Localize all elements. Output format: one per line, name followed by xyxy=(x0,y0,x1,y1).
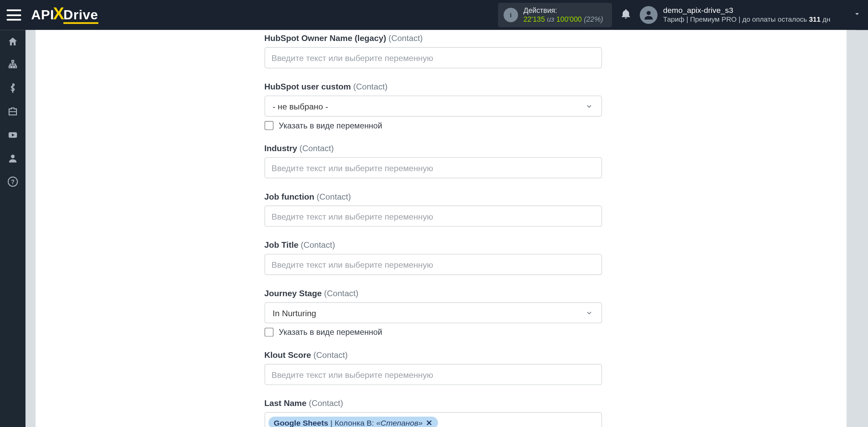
remove-tag-icon[interactable]: ✕ xyxy=(426,418,433,427)
avatar-icon xyxy=(640,6,657,24)
select-value: - не выбрано - xyxy=(273,101,328,111)
checkbox-label: Указать в виде переменной xyxy=(279,121,382,130)
usercustom-as-variable[interactable]: Указать в виде переменной xyxy=(264,121,601,130)
menu-toggle-icon[interactable] xyxy=(7,9,21,21)
content-area: HubSpot Owner Name (legacy) (Contact)Hub… xyxy=(25,30,856,427)
nav-profile[interactable] xyxy=(0,147,25,170)
tariff-label: Тариф xyxy=(663,16,685,23)
field-jobtitle: Job Title (Contact) xyxy=(264,240,601,275)
field-label: Industry (Contact) xyxy=(264,143,601,153)
owner-input[interactable] xyxy=(264,47,601,68)
select-value: In Nurturing xyxy=(273,308,316,318)
actions-title: Действия: xyxy=(524,6,603,15)
field-label: Job function (Contact) xyxy=(264,192,601,201)
svg-point-4 xyxy=(11,155,15,158)
actions-used: 22'135 xyxy=(524,15,545,23)
days-unit: дн xyxy=(823,16,830,23)
industry-input[interactable] xyxy=(264,157,601,178)
field-label: Klout Score (Contact) xyxy=(264,350,601,360)
notifications-icon[interactable] xyxy=(616,8,635,22)
field-label: Job Title (Contact) xyxy=(264,240,601,249)
jobfunc-input[interactable] xyxy=(264,206,601,227)
chevron-down-icon xyxy=(585,102,593,110)
jobtitle-input[interactable] xyxy=(264,254,601,275)
app-header: API X Drive i Действия: 22'135 из 100'00… xyxy=(0,0,868,30)
svg-text:?: ? xyxy=(11,179,15,185)
sidebar-rail: ? xyxy=(0,30,25,427)
field-journey: Journey Stage (Contact)In NurturingУказа… xyxy=(264,288,601,337)
variable-tag[interactable]: Google Sheets | Колонка B: «Степанов»✕ xyxy=(268,416,438,427)
tariff-name: Премиум PRO xyxy=(690,16,736,23)
lastname-input[interactable]: Google Sheets | Колонка B: «Степанов»✕ xyxy=(264,412,601,427)
x-icon: X xyxy=(53,5,65,22)
days-left: 311 xyxy=(809,16,821,23)
field-jobfunc: Job function (Contact) xyxy=(264,192,601,227)
app-logo[interactable]: API X Drive xyxy=(31,7,98,23)
svg-text:i: i xyxy=(510,12,512,19)
usercustom-select[interactable]: - не выбрано - xyxy=(264,96,601,117)
journey-select[interactable]: In Nurturing xyxy=(264,302,601,323)
logo-text-post: Drive xyxy=(63,8,98,22)
klout-input[interactable] xyxy=(264,364,601,385)
actions-pct: (22%) xyxy=(584,15,603,23)
svg-point-2 xyxy=(647,11,651,15)
checkbox-label: Указать в виде переменной xyxy=(279,328,382,337)
info-icon: i xyxy=(504,8,518,22)
nav-help[interactable]: ? xyxy=(0,170,25,194)
field-label: HubSpot user custom (Contact) xyxy=(264,82,601,91)
nav-video[interactable] xyxy=(0,123,25,147)
field-klout: Klout Score (Contact) xyxy=(264,350,601,385)
checkbox[interactable] xyxy=(264,328,273,337)
tag-source: Google Sheets xyxy=(274,418,328,427)
journey-as-variable[interactable]: Указать в виде переменной xyxy=(264,328,601,337)
nav-briefcase[interactable] xyxy=(0,100,25,123)
actions-sep: из xyxy=(547,15,554,23)
chevron-down-icon xyxy=(853,9,862,21)
user-name: demo_apix-drive_s3 xyxy=(663,6,830,16)
pay-prefix: до оплаты осталось xyxy=(742,16,807,23)
actions-quota[interactable]: i Действия: 22'135 из 100'000 (22%) xyxy=(498,3,612,27)
user-menu[interactable]: demo_apix-drive_s3 Тариф | Премиум PRO |… xyxy=(640,6,862,24)
field-label: Journey Stage (Contact) xyxy=(264,288,601,298)
actions-total: 100'000 xyxy=(556,15,582,23)
nav-connections[interactable] xyxy=(0,53,25,77)
field-label: HubSpot Owner Name (legacy) (Contact) xyxy=(264,33,601,43)
tag-value: «Степанов» xyxy=(376,418,423,427)
form-panel: HubSpot Owner Name (legacy) (Contact)Hub… xyxy=(35,30,846,427)
tag-column: | Колонка B: xyxy=(331,418,374,427)
field-owner: HubSpot Owner Name (legacy) (Contact) xyxy=(264,33,601,68)
field-label: Last Name (Contact) xyxy=(264,398,601,408)
logo-text-pre: API xyxy=(31,8,54,22)
nav-home[interactable] xyxy=(0,30,25,54)
checkbox[interactable] xyxy=(264,121,273,130)
field-usercustom: HubSpot user custom (Contact)- не выбран… xyxy=(264,82,601,130)
field-lastname: Last Name (Contact)Google Sheets | Колон… xyxy=(264,398,601,427)
nav-billing[interactable] xyxy=(0,77,25,100)
chevron-down-icon xyxy=(585,308,593,317)
field-industry: Industry (Contact) xyxy=(264,143,601,178)
